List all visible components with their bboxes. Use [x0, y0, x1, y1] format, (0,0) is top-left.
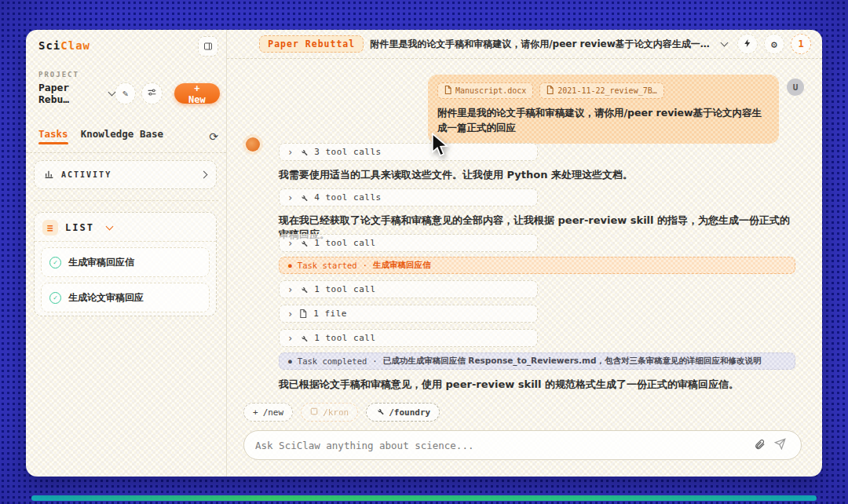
project-settings-button[interactable]	[141, 82, 163, 104]
logo-sci: Sci	[38, 39, 60, 52]
tool-calls-label: 4 tool calls	[314, 192, 381, 203]
tool-calls-label: 1 tool call	[314, 284, 375, 294]
settings-button[interactable]: ⚙	[764, 34, 784, 54]
chip-new-command[interactable]: + /new	[243, 403, 293, 422]
wrench-icon	[299, 331, 308, 345]
chevron-right-icon: ›	[287, 193, 293, 203]
refresh-button[interactable]: ⟳	[209, 130, 218, 143]
tool-calls-label: 3 tool calls	[314, 147, 381, 157]
quick-actions-button[interactable]	[737, 34, 758, 54]
tool-calls-label: 1 tool call	[314, 238, 375, 248]
chat-main: Paper Rebuttal 附件里是我的论文手稿和审稿建议，请你用/peer …	[227, 30, 822, 477]
sliders-icon	[147, 87, 157, 100]
task-status: Task started	[298, 261, 357, 270]
assistant-message-text: 我已根据论文手稿和审稿意见，使用 peer-review skill 的规范格式…	[279, 378, 799, 392]
bar-chart-icon	[44, 167, 54, 182]
tab-tasks[interactable]: Tasks	[38, 128, 68, 144]
chevron-right-icon: ›	[287, 285, 293, 294]
file-icon	[444, 86, 451, 96]
file-row[interactable]: › 1 file	[279, 305, 538, 323]
mouse-cursor	[430, 133, 449, 161]
edit-project-button[interactable]: ✎	[115, 82, 136, 104]
chevron-right-icon: ›	[287, 334, 293, 343]
paperclip-icon	[754, 438, 766, 453]
tab-knowledge-base[interactable]: Knowledge Base	[81, 128, 163, 144]
header-actions: ⚙ 1	[737, 34, 811, 54]
pencil-icon: ✎	[122, 88, 128, 99]
chevron-right-icon	[200, 171, 208, 179]
attachment-name: Manuscript.docx	[455, 86, 526, 95]
list-item[interactable]: ✓ 生成论文审稿回应	[41, 283, 210, 312]
separator: ·	[372, 356, 377, 366]
wrench-icon	[299, 190, 308, 205]
sidebar-divider-2	[34, 200, 218, 201]
task-detail: 已成功生成审稿回应信 Response_to_Reviewers.md，包含对三…	[383, 356, 762, 367]
assistant-message-text: 我需要使用适当的工具来读取这些文件。让我使用 Python 来处理这些文档。	[279, 168, 799, 182]
gear-icon: ⚙	[771, 38, 777, 50]
tool-calls-row[interactable]: › 3 tool calls	[279, 143, 538, 161]
check-circle-icon: ✓	[49, 257, 61, 268]
list-item-label: 生成审稿回应信	[68, 256, 134, 269]
tool-calls-row[interactable]: › 1 tool call	[279, 329, 538, 347]
plus-icon: +	[253, 407, 258, 418]
chip-label: /new	[263, 407, 284, 418]
activity-label: ACTIVITY	[61, 170, 111, 179]
message-composer	[243, 430, 802, 460]
bottom-glow-bar	[31, 495, 817, 501]
status-dot: ●	[288, 262, 292, 269]
attach-button[interactable]	[749, 435, 769, 455]
conversation-badge[interactable]: Paper Rebuttal	[259, 35, 364, 53]
sidebar-collapse-button[interactable]	[198, 36, 218, 57]
chevron-down-icon[interactable]	[720, 39, 728, 47]
sidebar-tabs: Tasks Knowledge Base ⟳	[38, 128, 218, 144]
new-project-button[interactable]: + New	[174, 83, 220, 104]
user-message-text: 附件里是我的论文手稿和审稿建议，请你用/peer review基于论文内容生成一…	[437, 106, 769, 136]
file-icon	[546, 86, 554, 96]
file-row-label: 1 file	[313, 309, 347, 319]
attachment-chip[interactable]: 2021-11-22_review_7B…	[539, 82, 663, 99]
list-item-label: 生成论文审稿回应	[68, 291, 144, 305]
wrench-icon	[299, 282, 308, 297]
chat-header: Paper Rebuttal 附件里是我的论文手稿和审稿建议，请你用/peer …	[227, 30, 822, 59]
send-button[interactable]	[769, 435, 790, 455]
task-status: Task completed	[298, 356, 367, 366]
panel-icon	[203, 39, 213, 54]
chevron-right-icon: ›	[287, 309, 293, 319]
conversation-title: 附件里是我的论文手稿和审稿建议，请你用/peer review基于论文内容生成一…	[370, 38, 710, 51]
chevron-down-icon[interactable]	[105, 223, 113, 231]
chip-foundry-command[interactable]: /foundry	[366, 403, 440, 422]
project-row: Paper Rebu… ✎ + New	[38, 82, 220, 105]
lightning-icon	[743, 38, 752, 50]
attachments-row: Manuscript.docx 2021-11-22_review_7B…	[437, 82, 769, 99]
chip-kron-command[interactable]: /kron	[301, 403, 358, 422]
assistant-avatar	[246, 137, 260, 152]
check-circle-icon: ✓	[49, 292, 61, 304]
activity-panel[interactable]: ACTIVITY	[34, 160, 217, 189]
chip-label: /kron	[323, 407, 349, 418]
desktop-background: SciClaw PROJECT Paper Rebu… ✎	[0, 0, 848, 504]
checkbox-icon	[310, 407, 318, 418]
list-panel-header[interactable]: ≡ LIST	[35, 213, 216, 242]
list-item[interactable]: ✓ 生成审稿回应信	[41, 247, 210, 277]
project-select[interactable]: Paper Rebu…	[38, 82, 104, 105]
user-message-bubble: Manuscript.docx 2021-11-22_review_7B… 附件…	[428, 75, 779, 144]
chevron-right-icon: ›	[287, 148, 293, 157]
wrench-icon	[299, 236, 308, 250]
wrench-icon	[299, 144, 308, 159]
tool-calls-row[interactable]: › 1 tool call	[279, 234, 538, 252]
chevron-right-icon: ›	[287, 239, 293, 248]
status-dot: ●	[288, 358, 292, 365]
attachment-chip[interactable]: Manuscript.docx	[437, 82, 533, 99]
sidebar-divider	[26, 152, 226, 153]
task-completed-banner: ● Task completed · 已成功生成审稿回应信 Response_t…	[279, 352, 795, 370]
message-input[interactable]	[255, 440, 749, 451]
tool-calls-row[interactable]: › 1 tool call	[279, 280, 538, 298]
app-window: SciClaw PROJECT Paper Rebu… ✎	[26, 30, 822, 477]
file-icon	[299, 306, 307, 321]
logo-claw: Claw	[60, 39, 90, 52]
task-detail: 生成审稿回应信	[373, 260, 431, 271]
tool-calls-label: 1 tool call	[314, 333, 375, 343]
chip-label: /foundry	[389, 407, 430, 418]
notification-badge[interactable]: 1	[791, 34, 811, 54]
tool-calls-row[interactable]: › 4 tool calls	[279, 188, 538, 206]
